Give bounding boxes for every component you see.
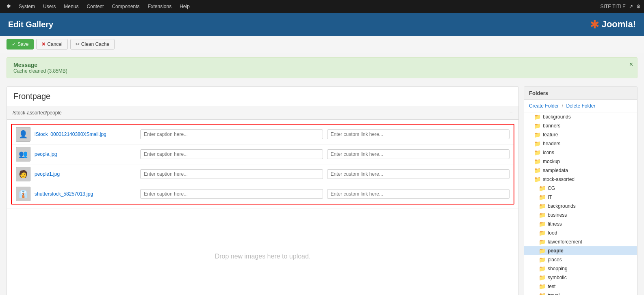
nav-help[interactable]: Help — [176, 2, 193, 11]
caption-input[interactable] — [140, 169, 323, 179]
sidebar-header: Folders — [524, 87, 637, 100]
folder-label: places — [548, 257, 562, 263]
image-row: 👤 iStock_000012140380XSmall.jpg — [12, 125, 514, 144]
folder-label: feature — [543, 132, 558, 138]
folder-item-food[interactable]: 📁 food — [524, 228, 637, 237]
caption-input[interactable] — [140, 129, 323, 139]
cancel-button[interactable]: ✕ Cancel — [36, 39, 67, 50]
folder-icon: 📁 — [539, 292, 546, 295]
folder-item-stock-assorted[interactable]: 📁 stock-assorted — [524, 175, 637, 184]
message-close-button[interactable]: × — [629, 61, 633, 68]
joomla-star-icon: ✱ — [590, 18, 599, 31]
folder-item-backgrounds2[interactable]: 📁 backgrounds — [524, 202, 637, 211]
save-button[interactable]: ✓ Save — [7, 39, 34, 50]
image-filename[interactable]: iStock_000012140380XSmall.jpg — [35, 131, 136, 137]
image-thumbnail: 🧑 — [16, 167, 30, 181]
gallery-title: Frontpage — [7, 87, 518, 106]
folder-list: 📁 backgrounds📁 banners📁 feature📁 headers… — [524, 112, 637, 295]
folder-icon: 📁 — [539, 194, 546, 200]
image-row: 🧑 people1.jpg — [12, 164, 514, 184]
folder-item-places[interactable]: 📁 places — [524, 255, 637, 264]
current-path: /stock-assorted/people — [13, 110, 62, 116]
folder-label: sampledata — [543, 168, 568, 173]
folder-label: symbolic — [548, 275, 567, 280]
clean-cache-button[interactable]: ✂ Clean Cache — [70, 39, 115, 50]
folder-item-business[interactable]: 📁 business — [524, 211, 637, 220]
link-input[interactable] — [327, 169, 510, 179]
collapse-button[interactable]: − — [510, 110, 513, 116]
nav-right: SITE TITLE ↗ ⚙ — [601, 4, 641, 9]
nav-system[interactable]: System — [15, 2, 38, 11]
drop-zone-text: Drop new images here to upload. — [215, 253, 311, 260]
content-area: Frontpage /stock-assorted/people − 👤 iSt… — [7, 86, 519, 295]
path-bar: /stock-assorted/people − — [7, 106, 518, 120]
link-input[interactable] — [327, 189, 510, 199]
site-title[interactable]: SITE TITLE — [601, 4, 626, 9]
folder-item-people[interactable]: 📁 people — [524, 246, 637, 255]
external-link-icon: ↗ — [629, 4, 633, 9]
folder-label: icons — [543, 150, 554, 155]
image-filename[interactable]: people.jpg — [35, 151, 136, 157]
folder-item-shopping[interactable]: 📁 shopping — [524, 264, 637, 273]
folder-item-banners[interactable]: 📁 banners — [524, 121, 637, 130]
folder-icon: 📁 — [539, 185, 546, 192]
folder-item-icons[interactable]: 📁 icons — [524, 148, 637, 157]
folder-label: shopping — [548, 266, 568, 271]
folder-item-sampledata[interactable]: 📁 sampledata — [524, 166, 637, 175]
folder-icon: 📁 — [539, 283, 546, 290]
folder-icon: 📁 — [534, 131, 541, 138]
nav-extensions[interactable]: Extensions — [144, 2, 175, 11]
save-label: Save — [17, 41, 28, 47]
folder-item-IT[interactable]: 📁 IT — [524, 193, 637, 202]
link-input[interactable] — [327, 129, 510, 139]
folder-label: headers — [543, 141, 560, 146]
folder-label: test — [548, 284, 555, 289]
caption-input[interactable] — [140, 149, 323, 159]
image-thumbnail: 👔 — [16, 187, 30, 201]
settings-icon[interactable]: ⚙ — [636, 4, 641, 9]
image-filename[interactable]: people1.jpg — [35, 171, 136, 177]
drop-zone[interactable]: Drop new images here to upload. — [7, 209, 518, 295]
image-thumbnail: 👤 — [16, 127, 30, 142]
folder-item-lawenforcement[interactable]: 📁 lawenforcement — [524, 237, 637, 246]
folder-icon: 📁 — [534, 123, 541, 129]
nav-menus[interactable]: Menus — [61, 2, 82, 11]
folder-item-symbolic[interactable]: 📁 symbolic — [524, 273, 637, 282]
header-bar: Edit Gallery ✱ Joomla! — [0, 13, 644, 36]
folder-item-mockup[interactable]: 📁 mockup — [524, 157, 637, 166]
create-folder-link[interactable]: Create Folder — [529, 103, 559, 109]
folder-label: CG — [548, 185, 555, 191]
nav-content[interactable]: Content — [83, 2, 107, 11]
folder-label: fitness — [548, 221, 562, 227]
cancel-label: Cancel — [47, 41, 62, 47]
folder-item-test[interactable]: 📁 test — [524, 282, 637, 291]
folder-label: travel — [548, 293, 559, 295]
folder-item-fitness[interactable]: 📁 fitness — [524, 220, 637, 228]
folder-icon: 📁 — [534, 149, 541, 156]
folder-icon: 📁 — [534, 114, 541, 120]
folder-icon: 📁 — [534, 140, 541, 147]
scissors-icon: ✂ — [76, 41, 80, 47]
folder-label: backgrounds — [548, 203, 576, 209]
folder-label: banners — [543, 123, 560, 129]
nav-users[interactable]: Users — [40, 2, 59, 11]
folder-item-feature[interactable]: 📁 feature — [524, 130, 637, 139]
image-thumbnail: 👥 — [16, 147, 30, 161]
joomla-logo-nav[interactable]: ✱ — [3, 2, 14, 11]
cancel-icon: ✕ — [41, 41, 46, 47]
nav-components[interactable]: Components — [108, 2, 143, 11]
message-box: Message Cache cleaned (3.85MB) × — [7, 57, 637, 78]
folder-item-headers[interactable]: 📁 headers — [524, 139, 637, 148]
folder-item-travel[interactable]: 📁 travel — [524, 291, 637, 295]
message-title: Message — [13, 62, 631, 68]
image-filename[interactable]: shutterstock_58257013.jpg — [35, 191, 136, 197]
link-input[interactable] — [327, 149, 510, 159]
caption-input[interactable] — [140, 189, 323, 199]
folder-label: mockup — [543, 159, 560, 164]
folder-item-backgrounds[interactable]: 📁 backgrounds — [524, 112, 637, 121]
nav-left: ✱ System Users Menus Content Components … — [3, 2, 193, 11]
folder-label: IT — [548, 194, 552, 200]
joomla-logo: ✱ Joomla! — [590, 18, 636, 31]
delete-folder-link[interactable]: Delete Folder — [566, 103, 595, 109]
folder-item-CG[interactable]: 📁 CG — [524, 184, 637, 193]
